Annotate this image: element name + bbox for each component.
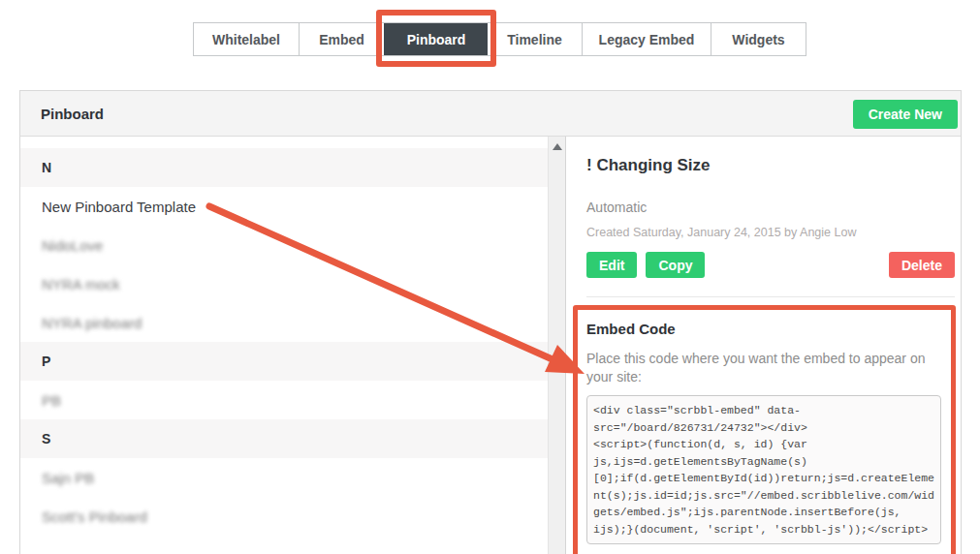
list-item-nyra-mock[interactable]: NYRA mock (20, 264, 548, 303)
list-section-header-p: P (20, 342, 548, 381)
pinboard-panel: Pinboard Create New N New Pinboard Templ… (19, 90, 962, 554)
pinboard-list: N New Pinboard Template NidoLove NYRA mo… (20, 137, 548, 554)
list-item-nidolove[interactable]: NidoLove (20, 226, 548, 264)
scroll-up-icon[interactable] (553, 143, 562, 150)
detail-subtitle: Automatic (586, 200, 961, 215)
panel-title: Pinboard (41, 106, 104, 122)
detail-panel: ! Changing Size Automatic Created Saturd… (565, 137, 961, 554)
edit-button[interactable]: Edit (586, 252, 637, 278)
list-section-header-s: S (20, 419, 548, 458)
tab-legacy-embed[interactable]: Legacy Embed (582, 23, 711, 55)
red-highlight-box-embed: Embed Code Place this code where you wan… (573, 305, 956, 554)
create-new-button[interactable]: Create New (853, 100, 958, 129)
detail-button-row: Edit Copy Delete (586, 252, 940, 278)
tab-whitelabel[interactable]: Whitelabel (194, 23, 299, 55)
tab-pinboard-label: Pinboard (407, 32, 466, 47)
detail-title: ! Changing Size (586, 156, 961, 175)
copy-button[interactable]: Copy (646, 252, 705, 278)
pinboard-settings-page: Whitelabel Embed Pinboard Timeline Legac… (0, 0, 980, 554)
list-item-sajn-pb[interactable]: Sajn PB (20, 458, 548, 497)
tab-embed[interactable]: Embed (299, 23, 384, 55)
tab-bar: Whitelabel Embed Pinboard Timeline Legac… (193, 22, 806, 56)
list-item-new-pinboard-template[interactable]: New Pinboard Template (20, 187, 548, 226)
embed-code-heading: Embed Code (586, 321, 941, 337)
list-item-pb[interactable]: PB (20, 381, 548, 419)
list-item-nyra-pinboard[interactable]: NYRA pinboard (20, 303, 548, 342)
tab-pinboard[interactable]: Pinboard (384, 23, 488, 55)
embed-instructions: Place this code where you want the embed… (586, 350, 941, 386)
detail-created-text: Created Saturday, January 24, 2015 by An… (586, 226, 961, 239)
embed-code-box[interactable]: <div class="scrbbl-embed" data- src="/bo… (586, 395, 941, 544)
panel-body: N New Pinboard Template NidoLove NYRA mo… (20, 137, 961, 554)
section-divider (586, 296, 955, 297)
delete-button[interactable]: Delete (889, 252, 955, 278)
list-scrollbar[interactable] (548, 137, 565, 554)
tab-widgets[interactable]: Widgets (711, 23, 806, 55)
panel-header: Pinboard Create New (20, 91, 961, 137)
tab-timeline[interactable]: Timeline (488, 23, 582, 55)
list-item-scotts-pinboard[interactable]: Scott's Pinboard (20, 497, 548, 536)
list-section-header-n: N (20, 148, 548, 187)
